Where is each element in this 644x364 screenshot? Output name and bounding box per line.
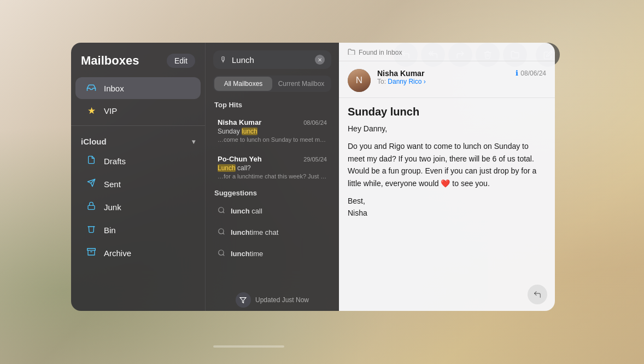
- svg-rect-2: [88, 205, 95, 209]
- suggestions-title: Suggestions: [206, 186, 339, 200]
- avatar-face: N: [348, 69, 371, 92]
- sent-icon: [85, 178, 97, 190]
- archive-icon: [85, 247, 97, 259]
- divider: [71, 125, 205, 126]
- vip-label: VIP: [104, 106, 117, 115]
- search-bar[interactable]: 🎙 Lunch ✕: [213, 50, 331, 69]
- svg-line-8: [223, 233, 225, 235]
- suggestion-3-text: lunchtime: [231, 250, 263, 258]
- status-bar: Updated Just Now: [206, 287, 339, 311]
- scroll-indicator: [213, 345, 284, 348]
- suggestion-3[interactable]: lunchtime: [209, 244, 336, 264]
- search-bar-row: 🎙 Lunch ✕: [206, 43, 339, 76]
- mailboxes-panel: Mailboxes Edit Inbox ★ VIP iCloud ▾: [71, 43, 205, 311]
- drafts-label: Drafts: [104, 157, 126, 166]
- highlight-lunch-2: Lunch: [218, 164, 236, 172]
- tab-all-mailboxes[interactable]: All Mailboxes: [214, 77, 272, 91]
- svg-point-5: [219, 207, 224, 212]
- suggestion-1-text: lunch call: [231, 207, 262, 215]
- email-body: Hey Danny, Do you and Rigo want to come …: [339, 123, 555, 280]
- search-suggestion-icon-2: [218, 228, 225, 237]
- drafts-icon: [85, 155, 97, 167]
- mailbox-item-sent[interactable]: Sent: [75, 173, 201, 195]
- bin-label: Bin: [104, 226, 116, 235]
- bin-icon: [85, 224, 97, 236]
- svg-marker-11: [241, 297, 247, 303]
- status-text: Updated Just Now: [255, 296, 309, 304]
- result-1-preview: …come to lunch on Sunday to meet my da…: [218, 136, 327, 143]
- email-timestamp-area: ℹ 08/06/24: [516, 69, 546, 77]
- mailboxes-title: Mailboxes: [81, 54, 139, 68]
- mailbox-item-inbox[interactable]: Inbox: [75, 77, 201, 99]
- email-body-main: Do you and Rigo want to come to lunch on…: [348, 140, 546, 189]
- filter-icon[interactable]: [236, 292, 251, 308]
- email-body-greeting: Hey Danny,: [348, 123, 546, 135]
- mailbox-item-archive[interactable]: Archive: [75, 242, 201, 264]
- email-panel: Found in Inbox N Nisha Kumar To: Danny R…: [339, 43, 555, 311]
- email-header-row: N Nisha Kumar To: Danny Rico › ℹ 08/06/2…: [339, 61, 555, 98]
- result-2-sender: Po-Chun Yeh: [218, 155, 262, 163]
- svg-rect-3: [87, 249, 96, 250]
- inbox-icon: [85, 83, 97, 94]
- search-result-1[interactable]: Nisha Kumar 08/06/24 Sunday lunch …come …: [209, 113, 336, 148]
- svg-line-6: [223, 212, 225, 213]
- sent-label: Sent: [104, 180, 121, 189]
- archive-label: Archive: [104, 249, 131, 258]
- search-suggestion-icon-1: [218, 206, 225, 216]
- icloud-label: iCloud: [81, 137, 107, 146]
- main-container: Mailboxes Edit Inbox ★ VIP iCloud ▾: [71, 43, 555, 311]
- chevron-down-icon: ▾: [192, 138, 195, 146]
- email-timestamp: 08/06/24: [520, 70, 546, 77]
- suggestion-2[interactable]: lunchtime chat: [209, 222, 336, 242]
- tab-current-mailbox[interactable]: Current Mailbox: [272, 77, 330, 91]
- top-hits-title: Top Hits: [206, 97, 339, 112]
- result-2-header: Po-Chun Yeh 29/05/24: [218, 155, 327, 163]
- svg-line-10: [223, 255, 225, 256]
- mailbox-item-vip[interactable]: ★ VIP: [75, 100, 201, 122]
- result-1-date: 08/06/24: [303, 119, 327, 126]
- mailboxes-header: Mailboxes Edit: [71, 54, 205, 77]
- result-2-preview: …for a lunchtime chat this week? Just le…: [218, 173, 327, 180]
- found-in-text: Found in Inbox: [359, 49, 402, 56]
- highlight-lunch-1: lunch: [242, 128, 257, 135]
- email-body-closing: Best, Nisha: [348, 195, 546, 219]
- search-query-text: Lunch: [232, 55, 311, 65]
- search-panel: 🎙 Lunch ✕ All Mailboxes Current Mailbox …: [205, 43, 339, 311]
- junk-label: Junk: [104, 203, 121, 212]
- email-to-line: To: Danny Rico ›: [377, 78, 509, 85]
- suggestion-1[interactable]: lunch call: [209, 201, 336, 221]
- email-to-name[interactable]: Danny Rico ›: [388, 78, 425, 85]
- sender-avatar: N: [348, 69, 371, 92]
- result-2-subject: Lunch call?: [218, 164, 327, 172]
- microphone-icon: 🎙: [220, 55, 227, 64]
- result-2-date: 29/05/24: [303, 156, 327, 163]
- email-subject: Sunday lunch: [339, 98, 555, 123]
- mailbox-item-junk[interactable]: Junk: [75, 196, 201, 218]
- star-icon: ★: [85, 105, 97, 117]
- search-clear-button[interactable]: ✕: [315, 55, 325, 65]
- icloud-section-header[interactable]: iCloud ▾: [71, 129, 205, 149]
- email-footer: [339, 280, 555, 311]
- svg-point-9: [219, 250, 224, 255]
- to-label: To:: [377, 78, 386, 85]
- email-from-name: Nisha Kumar: [377, 69, 509, 78]
- result-1-subject: Sunday lunch: [218, 128, 327, 135]
- folder-icon: [348, 48, 355, 56]
- result-1-sender: Nisha Kumar: [218, 118, 261, 126]
- search-result-2[interactable]: Po-Chun Yeh 29/05/24 Lunch call? …for a …: [209, 149, 336, 185]
- edit-button[interactable]: Edit: [167, 54, 195, 68]
- mailbox-item-drafts[interactable]: Drafts: [75, 150, 201, 172]
- inbox-label: Inbox: [104, 84, 124, 93]
- result-1-header: Nisha Kumar 08/06/24: [218, 118, 327, 126]
- mailbox-item-bin[interactable]: Bin: [75, 219, 201, 241]
- found-in-bar: Found in Inbox: [339, 43, 555, 61]
- junk-icon: [85, 201, 97, 213]
- reply-round-button[interactable]: [528, 285, 547, 304]
- search-suggestion-icon-3: [218, 249, 225, 258]
- email-meta: Nisha Kumar To: Danny Rico ›: [377, 69, 509, 85]
- info-icon: ℹ: [516, 69, 518, 77]
- search-tabs: All Mailboxes Current Mailbox: [213, 76, 331, 92]
- svg-point-7: [219, 229, 224, 234]
- suggestion-2-text: lunchtime chat: [231, 228, 278, 236]
